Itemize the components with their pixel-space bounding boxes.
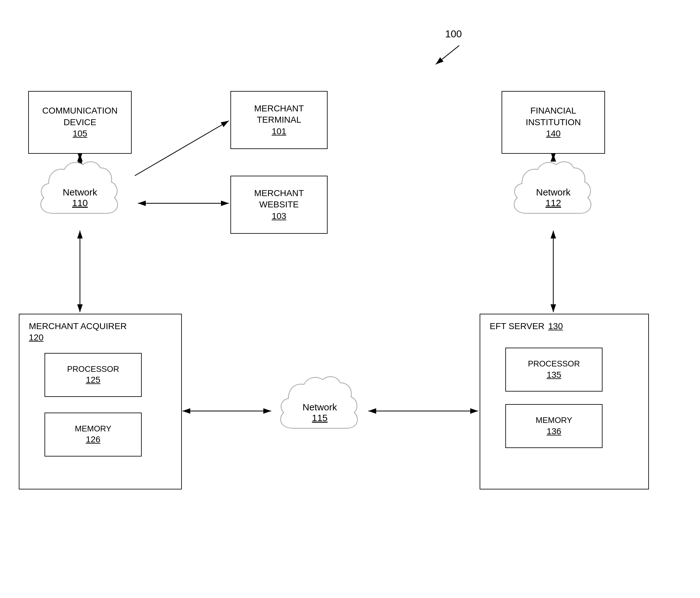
communication-device-box: COMMUNICATIONDEVICE 105 [28, 91, 132, 154]
network-112-ref: 112 [546, 198, 561, 208]
merchant-terminal-ref: 101 [272, 126, 286, 137]
financial-institution-label: FINANCIALINSTITUTION [526, 105, 581, 128]
memory-136-box: MEMORY 136 [505, 404, 602, 448]
processor-125-label: PROCESSOR [67, 364, 119, 375]
memory-136-label: MEMORY [536, 415, 572, 426]
merchant-terminal-box: MERCHANTTERMINAL 101 [230, 91, 328, 149]
communication-device-label: COMMUNICATIONDEVICE [42, 105, 118, 128]
processor-125-ref: 125 [86, 374, 101, 386]
communication-device-ref: 105 [73, 128, 88, 139]
memory-126-label: MEMORY [75, 424, 111, 434]
diagram-ref-100: 100 [445, 28, 462, 40]
processor-135-box: PROCESSOR 135 [505, 348, 602, 391]
merchant-acquirer-label: MERCHANT ACQUIRER [29, 321, 127, 331]
merchant-website-ref: 103 [272, 211, 286, 222]
network-112-label: Network [536, 187, 571, 198]
memory-136-ref: 136 [547, 426, 561, 437]
processor-135-ref: 135 [547, 369, 561, 381]
network-115-cloud: Network 115 [274, 372, 365, 447]
financial-institution-box: FINANCIALINSTITUTION 140 [502, 91, 605, 154]
network-112-cloud: Network 112 [508, 157, 599, 232]
eft-server-ref: 130 [548, 321, 563, 332]
merchant-website-label: MERCHANTWEBSITE [254, 188, 304, 211]
svg-line-2 [436, 46, 459, 64]
network-110-cloud: Network 110 [34, 157, 125, 232]
network-110-ref: 110 [72, 198, 88, 208]
memory-126-box: MEMORY 126 [45, 412, 142, 456]
network-115-label: Network [302, 402, 337, 412]
merchant-acquirer-box: MERCHANT ACQUIRER 120 PROCESSOR 125 MEMO… [19, 314, 182, 489]
memory-126-ref: 126 [86, 434, 101, 445]
merchant-website-box: MERCHANTWEBSITE 103 [230, 176, 328, 234]
eft-server-label: EFT SERVER [490, 321, 545, 332]
processor-135-label: PROCESSOR [528, 359, 580, 369]
processor-125-box: PROCESSOR 125 [45, 353, 142, 397]
merchant-acquirer-ref: 120 [29, 333, 44, 342]
network-110-label: Network [63, 187, 97, 198]
network-115-ref: 115 [312, 412, 328, 423]
merchant-terminal-label: MERCHANTTERMINAL [254, 103, 304, 126]
financial-institution-ref: 140 [546, 128, 561, 139]
diagram: 100 [0, 0, 700, 598]
eft-server-box: EFT SERVER 130 PROCESSOR 135 MEMORY 136 [480, 314, 649, 489]
svg-line-6 [135, 121, 229, 176]
